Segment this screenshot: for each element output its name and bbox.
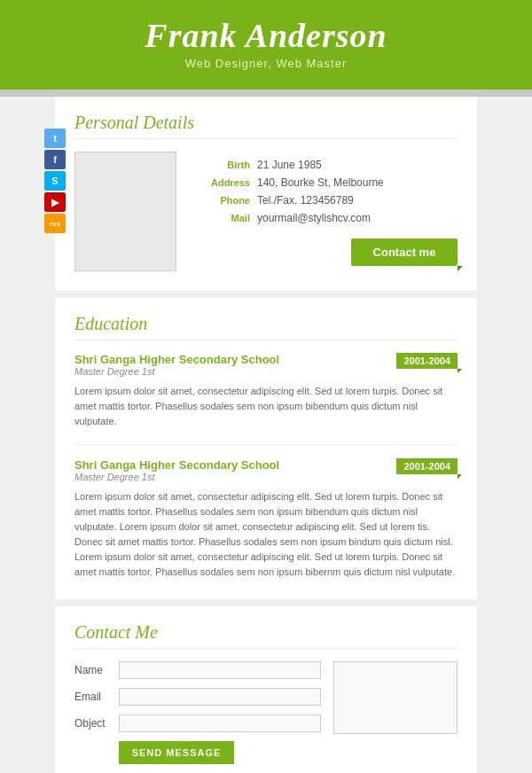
phone-value: Tel./Fax. 123456789	[257, 194, 354, 207]
edu-divider	[74, 445, 458, 446]
birth-row: Birth 21 June 1985	[192, 159, 458, 171]
address-row: Address 140, Bourke St, Melbourne	[192, 176, 458, 189]
contact-me-button[interactable]: Contact me	[351, 238, 458, 266]
personal-section-title: Personal Details	[74, 113, 458, 139]
social-rss-button[interactable]: rss	[44, 214, 66, 233]
social-sidebar: t f S ▶ rss	[44, 129, 66, 233]
main-content: Personal Details Birth 21 June 1985 Addr…	[0, 97, 532, 773]
page-header: Frank Anderson Web Designer, Web Master	[0, 0, 532, 90]
edu-school-1: Shri Ganga Higher Secondary School Maste…	[74, 353, 279, 382]
social-facebook-button[interactable]: f	[44, 150, 66, 169]
mail-row: Mail yourmail@stylishcv.com	[192, 212, 458, 224]
email-input[interactable]	[119, 688, 321, 706]
mail-label: Mail	[192, 213, 250, 223]
email-label: Email	[74, 691, 119, 703]
phone-label: Phone	[192, 195, 250, 206]
edu-school-name-1: Shri Ganga Higher Secondary School	[74, 353, 279, 366]
contact-form-layout: Name Email Object SEND MESSAGE	[74, 661, 458, 764]
name-label: Name	[74, 664, 119, 676]
contact-section-title: Contact Me	[74, 622, 458, 649]
personal-details-section: Personal Details Birth 21 June 1985 Addr…	[55, 97, 477, 291]
personal-info-panel: Birth 21 June 1985 Address 140, Bourke S…	[192, 152, 458, 271]
education-section: Education Shri Ganga Higher Secondary Sc…	[55, 298, 477, 599]
header-name: Frank Anderson	[18, 16, 514, 55]
edu-degree-1: Master Degree 1st	[74, 366, 279, 377]
object-input[interactable]	[119, 714, 321, 732]
social-skype-button[interactable]: S	[44, 171, 66, 191]
address-label: Address	[192, 177, 250, 188]
personal-details-content: Birth 21 June 1985 Address 140, Bourke S…	[74, 152, 458, 271]
edu-school-name-2: Shri Ganga Higher Secondary School	[74, 458, 279, 472]
edu-years-2: 2001-2004	[396, 458, 458, 474]
message-textarea[interactable]	[333, 661, 458, 734]
birth-label: Birth	[192, 160, 250, 170]
social-youtube-button[interactable]: ▶	[44, 192, 66, 212]
email-form-row: Email	[74, 688, 321, 706]
education-section-title: Education	[74, 314, 458, 340]
info-table: Birth 21 June 1985 Address 140, Bourke S…	[192, 159, 458, 224]
send-message-button[interactable]: SEND MESSAGE	[119, 741, 234, 764]
contact-section: Contact Me Name Email Object SEND MESSAG…	[55, 606, 477, 773]
social-twitter-button[interactable]: t	[44, 129, 66, 148]
education-entry-2: Shri Ganga Higher Secondary School Maste…	[74, 458, 458, 580]
contact-form-left: Name Email Object SEND MESSAGE	[74, 661, 321, 764]
edu-text-2: Lorem ipsum dolor sit amet, consectetur …	[74, 489, 458, 580]
name-input[interactable]	[119, 661, 321, 679]
phone-row: Phone Tel./Fax. 123456789	[192, 194, 458, 207]
object-form-row: Object	[74, 714, 321, 732]
header-title: Web Designer, Web Master	[18, 57, 514, 70]
birth-value: 21 June 1985	[257, 159, 322, 171]
object-label: Object	[74, 717, 119, 730]
edu-school-2: Shri Ganga Higher Secondary School Maste…	[74, 458, 279, 488]
edu-years-1: 2001-2004	[396, 353, 458, 369]
education-entry-1: Shri Ganga Higher Secondary School Maste…	[74, 353, 458, 429]
contact-form-right	[333, 661, 458, 764]
mail-value: yourmail@stylishcv.com	[257, 212, 371, 224]
edu-degree-2: Master Degree 1st	[74, 472, 279, 482]
edu-text-1: Lorem ipsum dolor sit amet, consectetur …	[74, 384, 458, 429]
edu-header-2: Shri Ganga Higher Secondary School Maste…	[74, 458, 458, 488]
edu-header-1: Shri Ganga Higher Secondary School Maste…	[74, 353, 458, 382]
address-value: 140, Bourke St, Melbourne	[257, 176, 384, 189]
name-form-row: Name	[74, 661, 321, 679]
photo-placeholder	[74, 152, 176, 271]
